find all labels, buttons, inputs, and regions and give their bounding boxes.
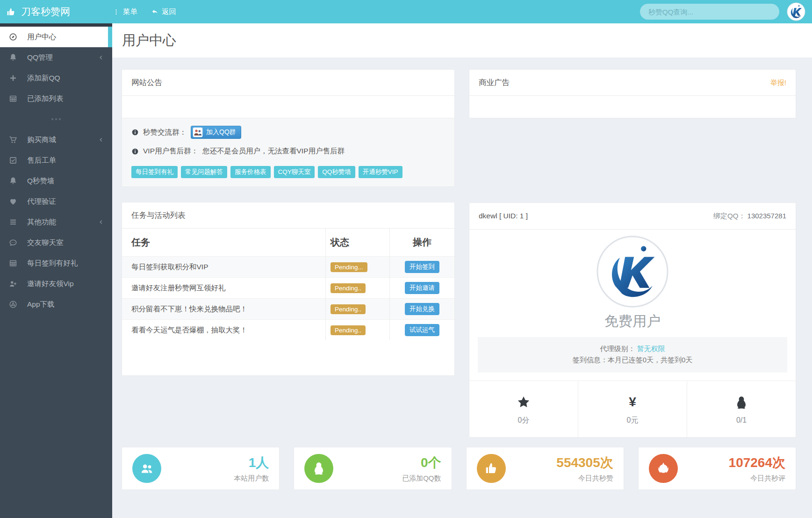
profile-stat: ¥0元 bbox=[578, 381, 687, 437]
sidebar-item-0[interactable]: 用户中心 bbox=[0, 27, 112, 47]
sidebar-item-13[interactable]: App下载 bbox=[0, 294, 112, 315]
agent-level-line: 代理级别： 暂无权限 bbox=[482, 343, 783, 354]
quick-link-5[interactable]: 开通秒赞VIP bbox=[359, 166, 402, 178]
task-action-button[interactable]: 试试运气 bbox=[405, 324, 439, 336]
bind-qq-label: 绑定QQ： bbox=[713, 212, 745, 220]
thumbs-up-icon bbox=[6, 7, 16, 17]
quick-link-0[interactable]: 每日签到有礼 bbox=[131, 166, 178, 178]
sidebar-item-2[interactable]: 添加新QQ bbox=[0, 68, 112, 88]
menu-label: 菜单 bbox=[123, 7, 137, 17]
tasks-panel-filler bbox=[122, 340, 454, 375]
group-info-line: 秒赞交流群： 加入QQ群 bbox=[131, 126, 445, 139]
compass-icon bbox=[9, 33, 19, 41]
sidebar-item-10[interactable]: 交友聊天室 bbox=[0, 232, 112, 253]
task-status-cell: Pending... bbox=[325, 257, 390, 277]
sidebar-item-1[interactable]: QQ管理 bbox=[0, 47, 112, 68]
profile-stats-row: 0分¥0元0/1 bbox=[469, 381, 796, 437]
join-qq-group-button[interactable]: 加入QQ群 bbox=[191, 126, 241, 139]
users-icon bbox=[132, 454, 161, 483]
page-title: 用户中心 bbox=[122, 31, 176, 50]
task-action-button[interactable]: 开始签到 bbox=[405, 261, 439, 273]
plus-icon bbox=[9, 74, 19, 82]
sidebar-item-label: 邀请好友领Vip bbox=[27, 279, 74, 289]
tasks-table-body: 每日签到获取积分和VIPPending...开始签到邀请好友注册秒赞网互领好礼P… bbox=[122, 256, 454, 340]
table-row: 积分留着不下崽！快来兑换物品吧！Pending..开始兑换 bbox=[122, 298, 454, 319]
task-status-cell: Pending.. bbox=[325, 320, 390, 340]
sidebar-item-8[interactable]: 代理验证 bbox=[0, 191, 112, 212]
profile-panel: dkewl [ UID: 1 ] 绑定QQ： 1302357281 免费用户 代… bbox=[469, 202, 796, 438]
task-action-cell: 试试运气 bbox=[390, 320, 454, 340]
search-input[interactable] bbox=[640, 4, 779, 20]
status-badge: Pending.. bbox=[331, 304, 366, 314]
quick-link-1[interactable]: 常见问题解答 bbox=[181, 166, 227, 178]
profile-stat-value: 0分 bbox=[518, 416, 530, 425]
column-header-task: 任务 bbox=[122, 229, 325, 256]
profile-stat: 0/1 bbox=[687, 381, 796, 437]
comment-icon bbox=[9, 238, 19, 247]
sidebar-item-label: 添加新QQ bbox=[27, 73, 60, 83]
agent-level-label: 代理级别： bbox=[600, 345, 635, 353]
sidebar-item-3[interactable]: 已添加列表 bbox=[0, 88, 112, 109]
menu-button[interactable]: 菜单 bbox=[113, 7, 137, 17]
quick-link-2[interactable]: 服务价格表 bbox=[230, 166, 271, 178]
rebel-icon bbox=[649, 454, 678, 483]
task-action-cell: 开始签到 bbox=[390, 257, 454, 277]
sidebar-top-strip bbox=[0, 23, 112, 27]
task-name: 每日签到获取积分和VIP bbox=[122, 257, 325, 277]
join-qq-label: 加入QQ群 bbox=[206, 128, 236, 137]
back-button[interactable]: 返回 bbox=[151, 7, 176, 17]
summary-card-1: 0个已添加QQ数 bbox=[294, 447, 452, 490]
table-icon bbox=[9, 94, 19, 103]
sidebar-item-9[interactable]: 其他功能 bbox=[0, 212, 112, 232]
status-badge: Pending... bbox=[331, 262, 367, 272]
tasks-panel: 任务与活动列表 任务 状态 操作 每日签到获取积分和VIPPending...开… bbox=[122, 202, 455, 376]
task-action-button[interactable]: 开始兑换 bbox=[405, 303, 439, 315]
status-badge: Pending.. bbox=[331, 325, 366, 335]
site-logo-icon[interactable] bbox=[787, 2, 805, 21]
brand[interactable]: 刀客秒赞网 bbox=[6, 5, 113, 18]
right-column: 商业广告 举报! dkewl [ UID: 1 ] 绑定QQ： 13023572… bbox=[469, 69, 796, 438]
announcement-panel-title: 网站公告 bbox=[122, 70, 454, 96]
check-square-icon bbox=[9, 156, 19, 165]
table-icon bbox=[9, 259, 19, 267]
sidebar-item-label: 代理验证 bbox=[27, 197, 56, 207]
column-header-action: 操作 bbox=[390, 229, 454, 256]
list-icon bbox=[9, 218, 19, 226]
card-text: 107264次今日共秒评 bbox=[729, 454, 785, 483]
user-plus-icon bbox=[9, 280, 19, 288]
quick-link-4[interactable]: QQ秒赞墙 bbox=[318, 166, 355, 178]
app-root: 刀客秒赞网 菜单 返回 用户中心QQ管理添加新QQ已添加列表购买商城售后工单Q秒… bbox=[0, 0, 812, 518]
back-label: 返回 bbox=[162, 7, 176, 17]
info-icon bbox=[131, 129, 139, 136]
sidebar-item-12[interactable]: 邀请好友领Vip bbox=[0, 273, 112, 294]
chevron-left-icon bbox=[98, 55, 104, 60]
task-action-cell: 开始兑换 bbox=[390, 299, 454, 319]
summary-card-0: 1人本站用户数 bbox=[122, 447, 280, 490]
task-action-button[interactable]: 开始邀请 bbox=[405, 282, 439, 294]
report-link[interactable]: 举报! bbox=[770, 79, 786, 86]
sidebar-item-6[interactable]: 售后工单 bbox=[0, 150, 112, 171]
sidebar-item-5[interactable]: 购买商城 bbox=[0, 130, 112, 150]
sidebar-item-label: 用户中心 bbox=[27, 32, 56, 42]
column-header-status: 状态 bbox=[325, 229, 390, 256]
quick-link-3[interactable]: CQY聊天室 bbox=[274, 166, 315, 178]
profile-username: dkewl [ UID: 1 ] bbox=[479, 212, 528, 220]
announcement-empty-body bbox=[122, 96, 454, 118]
sidebar-item-label: 购买商城 bbox=[27, 135, 56, 145]
bell-icon bbox=[9, 53, 19, 62]
profile-stat-value: 0/1 bbox=[736, 416, 747, 424]
tasks-table-header: 任务 状态 操作 bbox=[122, 229, 454, 256]
bind-qq-value: 1302357281 bbox=[747, 212, 786, 220]
reply-icon bbox=[151, 8, 158, 15]
vip-info-line: VIP用户售后群： 您还不是会员用户，无法查看VIP用户售后群 bbox=[131, 146, 445, 156]
task-name: 看看今天运气是否爆棚，抽取大奖！ bbox=[122, 320, 325, 340]
announcement-panel: 网站公告 秒赞交流群： 加入QQ群 bbox=[122, 69, 455, 187]
sidebar-item-11[interactable]: 每日签到有好礼 bbox=[0, 253, 112, 273]
summary-card-3: 107264次今日共秒评 bbox=[638, 447, 796, 490]
top-header: 刀客秒赞网 菜单 返回 bbox=[0, 0, 812, 23]
agent-level-link[interactable]: 暂无权限 bbox=[637, 345, 665, 353]
card-value: 107264次 bbox=[729, 454, 785, 472]
sidebar-item-7[interactable]: Q秒赞墙 bbox=[0, 171, 112, 191]
chevron-left-icon bbox=[98, 137, 104, 143]
content-grid: 网站公告 秒赞交流群： 加入QQ群 bbox=[112, 58, 812, 438]
